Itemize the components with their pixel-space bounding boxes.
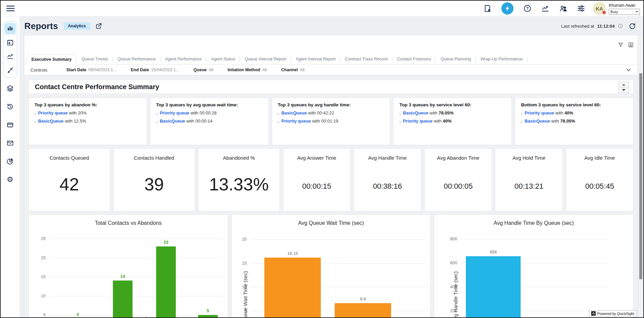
tab-queue-performance[interactable]: Queue Performance <box>113 54 161 64</box>
queue-metric-value: 00:01:19 <box>321 118 338 124</box>
kpi-card-avg-idle-time: Avg Idle Time00:05:45 <box>566 148 634 211</box>
kpi-card-avg-handle-time: Avg Handle Time00:38:16 <box>354 148 421 211</box>
kpi-label: Avg Handle Time <box>354 155 421 161</box>
kpi-value: 42 <box>29 174 110 194</box>
flash-icon[interactable] <box>501 2 514 15</box>
summary-card: Top 3 queues by abandon %:.Priority queu… <box>28 98 147 145</box>
kpi-value: 13.33% <box>198 174 280 194</box>
sidebar-item-window[interactable] <box>5 120 16 130</box>
sidebar-item-line-chart[interactable] <box>4 51 16 62</box>
y-tick-label: 20 <box>31 256 46 260</box>
connector-text: with <box>185 118 195 124</box>
info-icon[interactable] <box>618 23 623 29</box>
pie-chart-icon <box>6 158 14 165</box>
dashboard-card: Executive SummaryQueue TrendsQueue Perfo… <box>24 35 638 317</box>
summary-card-item: .BasicQueue with 12.5% <box>34 118 141 124</box>
chart-title: Total Contacts vs Abandons <box>29 220 228 226</box>
hamburger-menu-icon[interactable] <box>6 4 15 12</box>
spinner-up-button[interactable] <box>619 82 629 87</box>
sidebar-item-calendar[interactable] <box>4 37 16 48</box>
sidebar-item-settings[interactable]: ⚙ <box>5 174 16 185</box>
kpi-card-avg-hold-time: Avg Hold Time00:13:21 <box>495 148 563 211</box>
page-header: Reports Analytics Last refreshed at 11:1… <box>24 19 636 33</box>
kpi-label: Contacts Queued <box>29 155 110 161</box>
y-axis-title: Queue Wait Time (sec) <box>242 257 248 318</box>
envelope-icon <box>6 139 14 147</box>
gridline <box>460 239 609 239</box>
connector-text: with <box>554 110 564 115</box>
queue-link-basicqueue[interactable]: BasicQueue <box>525 118 550 124</box>
sidebar-item-design[interactable] <box>4 64 16 76</box>
metrics-icon[interactable] <box>541 4 549 12</box>
sidebar-item-history[interactable] <box>5 101 16 112</box>
filter-start-date[interactable]: Start Date09/04/2023 1... <box>66 68 116 72</box>
spinner-down-button[interactable] <box>619 87 629 93</box>
queue-link-basicqueue[interactable]: BasicQueue <box>160 118 185 124</box>
layers-icon <box>6 85 14 92</box>
sidebar-lower-group: ⚙ <box>1 83 19 185</box>
kpi-card-abandoned: Abandoned %13.33% <box>198 148 280 211</box>
queue-link-priority-queue[interactable]: Priority queue <box>160 110 189 115</box>
tab-queue-trends[interactable]: Queue Trends <box>77 54 113 64</box>
tab-contact-forensics[interactable]: Contact Forensics <box>392 54 436 64</box>
tab-agent-interval-report[interactable]: Agent Interval Report <box>291 54 340 64</box>
sidebar-item-pie[interactable] <box>5 156 16 167</box>
queue-link-basicqueue[interactable]: BasicQueue <box>281 110 307 115</box>
y-tick-label: 800 <box>443 237 457 241</box>
tab-wrap-up-performance[interactable]: Wrap-Up Performance <box>476 54 527 64</box>
filter-queue[interactable]: QueueAll <box>193 68 213 72</box>
summary-card-item: .Priority queue with 00:01:19 <box>278 118 384 124</box>
queue-link-basicqueue[interactable]: BasicQueue <box>403 110 428 115</box>
filter-channel[interactable]: ChannelAll <box>281 68 305 72</box>
external-link-icon[interactable] <box>95 23 102 29</box>
queue-link-priority-queue[interactable]: Priority queue <box>525 110 554 115</box>
controls-collapse-icon[interactable] <box>625 67 631 73</box>
sidebar: ⚙ <box>1 16 20 317</box>
queue-metric-value: 78.05% <box>439 110 454 115</box>
notes-icon[interactable] <box>483 4 492 12</box>
agents-icon[interactable] <box>559 4 567 12</box>
queue-link-priority-queue[interactable]: Priority queue <box>38 110 68 115</box>
gridline <box>250 239 429 240</box>
sidebar-item-layers[interactable] <box>5 83 16 94</box>
y-tick-label: 15 <box>31 274 46 279</box>
filter-intiation-method[interactable]: Intiation MethodAll <box>228 68 267 72</box>
queue-link-basicqueue[interactable]: BasicQueue <box>38 118 64 124</box>
tab-agent-status[interactable]: Agent Status <box>206 54 240 64</box>
bullet: . <box>521 118 522 124</box>
tab-executive-summary[interactable]: Executive Summary <box>26 54 77 64</box>
queue-metric-value: 12.5% <box>74 118 86 124</box>
bar <box>335 303 391 318</box>
sidebar-item-mail[interactable] <box>5 138 16 149</box>
filter-end-date[interactable]: End Date15/04/2023 1... <box>131 68 180 72</box>
help-icon[interactable]: ? <box>523 4 531 12</box>
connector-text: with <box>64 118 74 124</box>
controls-row: Controls Start Date09/04/2023 1...End Da… <box>24 64 638 76</box>
sidebar-item-bar-chart[interactable] <box>4 23 16 34</box>
bar <box>264 258 321 318</box>
refresh-icon[interactable] <box>629 23 636 30</box>
chart-card-avg-handle-time-by-queue-sec: Avg Handle Time By Queue (sec)8006004002… <box>434 214 634 318</box>
export-icon[interactable] <box>628 42 634 48</box>
kpi-value: 00:05:45 <box>566 182 633 191</box>
connector-text: with <box>68 110 78 115</box>
vertical-scrollbar[interactable] <box>639 36 643 316</box>
bar-value-label: 4 <box>64 312 91 317</box>
preferences-icon[interactable] <box>577 4 585 12</box>
window-icon <box>6 121 14 129</box>
queue-metric-value: 78.05% <box>560 118 575 124</box>
connector-text: with <box>311 118 321 124</box>
summary-card-item: .Priority queue with 00:00:28 <box>156 110 263 115</box>
tab-agent-performance[interactable]: Agent Performance <box>161 54 207 64</box>
tab-contract-trace-record[interactable]: Contract Trace Record <box>340 54 392 64</box>
bar-value-label: 16.15 <box>279 251 306 256</box>
scrollbar-thumb[interactable] <box>639 73 642 279</box>
chart-card-avg-queue-wait-time-sec: Avg Queue Wait Time (sec)201510516.156.6… <box>231 214 431 318</box>
avatar[interactable]: KA <box>593 2 606 15</box>
filter-funnel-icon[interactable] <box>618 42 623 48</box>
tab-queue-planning[interactable]: Queue Planning <box>436 54 476 64</box>
queue-link-priority-queue[interactable]: Priority queue <box>281 118 311 124</box>
queue-link-priority-queue[interactable]: Priority queue <box>403 118 432 124</box>
status-select[interactable]: Busy <box>609 9 640 15</box>
tab-queue-interval-report[interactable]: Queue Interval Report <box>240 54 291 64</box>
